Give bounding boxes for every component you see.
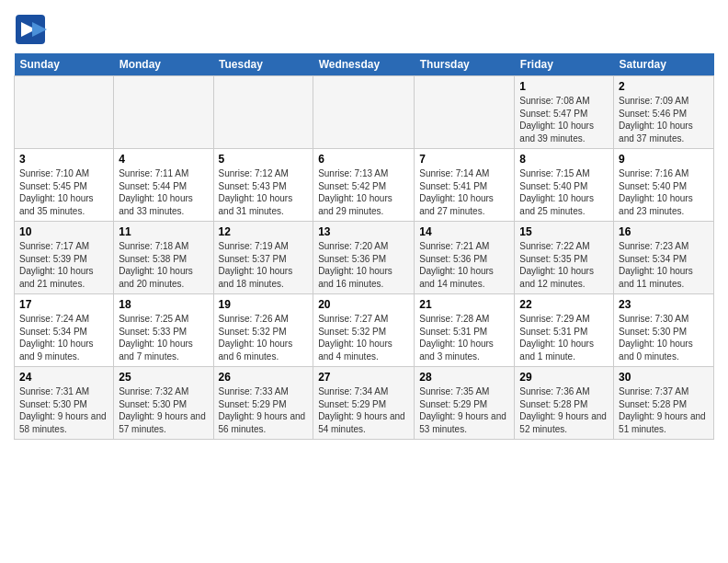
day-info: Sunrise: 7:24 AM Sunset: 5:34 PM Dayligh…: [19, 313, 108, 362]
day-header-friday: Friday: [515, 53, 614, 76]
day-cell: 19Sunrise: 7:26 AM Sunset: 5:32 PM Dayli…: [213, 294, 313, 367]
week-row-4: 17Sunrise: 7:24 AM Sunset: 5:34 PM Dayli…: [15, 294, 714, 367]
day-cell: 20Sunrise: 7:27 AM Sunset: 5:32 PM Dayli…: [313, 294, 415, 367]
day-info: Sunrise: 7:36 AM Sunset: 5:28 PM Dayligh…: [519, 385, 609, 435]
day-info: Sunrise: 7:22 AM Sunset: 5:35 PM Dayligh…: [519, 240, 609, 290]
day-info: Sunrise: 7:09 AM Sunset: 5:46 PM Dayligh…: [619, 95, 709, 144]
week-row-3: 10Sunrise: 7:17 AM Sunset: 5:39 PM Dayli…: [15, 222, 714, 294]
day-number: 3: [19, 153, 108, 166]
day-info: Sunrise: 7:14 AM Sunset: 5:41 PM Dayligh…: [419, 167, 509, 217]
day-info: Sunrise: 7:20 AM Sunset: 5:36 PM Dayligh…: [318, 240, 409, 290]
day-cell: 22Sunrise: 7:29 AM Sunset: 5:31 PM Dayli…: [515, 294, 614, 367]
day-cell: 15Sunrise: 7:22 AM Sunset: 5:35 PM Dayli…: [515, 222, 614, 294]
day-cell: [313, 76, 415, 149]
day-info: Sunrise: 7:29 AM Sunset: 5:31 PM Dayligh…: [519, 313, 609, 362]
day-info: Sunrise: 7:32 AM Sunset: 5:30 PM Dayligh…: [119, 385, 208, 435]
logo: [14, 13, 54, 46]
day-number: 13: [318, 225, 409, 238]
day-cell: 5Sunrise: 7:12 AM Sunset: 5:43 PM Daylig…: [213, 149, 313, 222]
day-cell: 30Sunrise: 7:37 AM Sunset: 5:28 PM Dayli…: [614, 367, 714, 440]
day-cell: 6Sunrise: 7:13 AM Sunset: 5:42 PM Daylig…: [313, 149, 415, 222]
day-cell: 3Sunrise: 7:10 AM Sunset: 5:45 PM Daylig…: [15, 149, 114, 222]
day-header-sunday: Sunday: [15, 53, 114, 76]
day-header-thursday: Thursday: [415, 53, 515, 76]
day-info: Sunrise: 7:31 AM Sunset: 5:30 PM Dayligh…: [19, 385, 108, 435]
day-number: 22: [519, 298, 609, 311]
day-number: 8: [519, 153, 609, 166]
day-cell: 16Sunrise: 7:23 AM Sunset: 5:34 PM Dayli…: [614, 222, 714, 294]
day-number: 7: [419, 153, 509, 166]
day-number: 18: [119, 298, 208, 311]
day-cell: 9Sunrise: 7:16 AM Sunset: 5:40 PM Daylig…: [614, 149, 714, 222]
day-info: Sunrise: 7:23 AM Sunset: 5:34 PM Dayligh…: [619, 240, 709, 290]
day-header-tuesday: Tuesday: [213, 53, 313, 76]
day-cell: [213, 76, 313, 149]
day-info: Sunrise: 7:30 AM Sunset: 5:30 PM Dayligh…: [619, 313, 709, 362]
header-area: [14, 9, 714, 46]
day-info: Sunrise: 7:19 AM Sunset: 5:37 PM Dayligh…: [219, 240, 309, 290]
day-cell: 4Sunrise: 7:11 AM Sunset: 5:44 PM Daylig…: [114, 149, 213, 222]
day-number: 2: [619, 80, 709, 93]
day-number: 16: [619, 225, 709, 238]
day-cell: 11Sunrise: 7:18 AM Sunset: 5:38 PM Dayli…: [114, 222, 213, 294]
day-cell: [15, 76, 114, 149]
day-number: 26: [219, 371, 309, 384]
day-number: 23: [619, 298, 709, 311]
day-number: 15: [519, 225, 609, 238]
day-info: Sunrise: 7:34 AM Sunset: 5:29 PM Dayligh…: [318, 385, 409, 435]
day-cell: 14Sunrise: 7:21 AM Sunset: 5:36 PM Dayli…: [415, 222, 515, 294]
day-number: 6: [318, 153, 409, 166]
day-cell: 24Sunrise: 7:31 AM Sunset: 5:30 PM Dayli…: [15, 367, 114, 440]
day-info: Sunrise: 7:35 AM Sunset: 5:29 PM Dayligh…: [419, 385, 509, 435]
day-cell: 23Sunrise: 7:30 AM Sunset: 5:30 PM Dayli…: [614, 294, 714, 367]
day-header-saturday: Saturday: [614, 53, 714, 76]
day-number: 4: [119, 153, 208, 166]
day-cell: 26Sunrise: 7:33 AM Sunset: 5:29 PM Dayli…: [213, 367, 313, 440]
day-cell: 10Sunrise: 7:17 AM Sunset: 5:39 PM Dayli…: [15, 222, 114, 294]
day-info: Sunrise: 7:21 AM Sunset: 5:36 PM Dayligh…: [419, 240, 509, 290]
day-cell: 2Sunrise: 7:09 AM Sunset: 5:46 PM Daylig…: [614, 76, 714, 149]
day-info: Sunrise: 7:13 AM Sunset: 5:42 PM Dayligh…: [318, 167, 409, 217]
day-number: 21: [419, 298, 509, 311]
day-cell: [114, 76, 213, 149]
day-number: 14: [419, 225, 509, 238]
day-info: Sunrise: 7:27 AM Sunset: 5:32 PM Dayligh…: [318, 313, 409, 362]
logo-icon: [14, 13, 47, 46]
week-row-2: 3Sunrise: 7:10 AM Sunset: 5:45 PM Daylig…: [15, 149, 714, 222]
day-info: Sunrise: 7:18 AM Sunset: 5:38 PM Dayligh…: [119, 240, 208, 290]
day-cell: [415, 76, 515, 149]
day-cell: 8Sunrise: 7:15 AM Sunset: 5:40 PM Daylig…: [515, 149, 614, 222]
day-number: 5: [219, 153, 309, 166]
day-number: 27: [318, 371, 409, 384]
day-header-wednesday: Wednesday: [313, 53, 415, 76]
day-number: 12: [219, 225, 309, 238]
day-number: 10: [19, 225, 108, 238]
day-number: 30: [619, 371, 709, 384]
day-info: Sunrise: 7:16 AM Sunset: 5:40 PM Dayligh…: [619, 167, 709, 217]
week-row-5: 24Sunrise: 7:31 AM Sunset: 5:30 PM Dayli…: [15, 367, 714, 440]
day-number: 29: [519, 371, 609, 384]
day-info: Sunrise: 7:25 AM Sunset: 5:33 PM Dayligh…: [119, 313, 208, 362]
day-number: 9: [619, 153, 709, 166]
day-number: 24: [19, 371, 108, 384]
day-cell: 25Sunrise: 7:32 AM Sunset: 5:30 PM Dayli…: [114, 367, 213, 440]
day-header-monday: Monday: [114, 53, 213, 76]
day-cell: 29Sunrise: 7:36 AM Sunset: 5:28 PM Dayli…: [515, 367, 614, 440]
day-cell: 1Sunrise: 7:08 AM Sunset: 5:47 PM Daylig…: [515, 76, 614, 149]
day-number: 20: [318, 298, 409, 311]
day-cell: 7Sunrise: 7:14 AM Sunset: 5:41 PM Daylig…: [415, 149, 515, 222]
day-number: 25: [119, 371, 208, 384]
day-cell: 28Sunrise: 7:35 AM Sunset: 5:29 PM Dayli…: [415, 367, 515, 440]
day-cell: 21Sunrise: 7:28 AM Sunset: 5:31 PM Dayli…: [415, 294, 515, 367]
day-info: Sunrise: 7:08 AM Sunset: 5:47 PM Dayligh…: [519, 95, 609, 144]
day-info: Sunrise: 7:17 AM Sunset: 5:39 PM Dayligh…: [19, 240, 108, 290]
day-number: 28: [419, 371, 509, 384]
day-cell: 18Sunrise: 7:25 AM Sunset: 5:33 PM Dayli…: [114, 294, 213, 367]
day-number: 1: [519, 80, 609, 93]
header-row: SundayMondayTuesdayWednesdayThursdayFrid…: [15, 53, 714, 76]
day-info: Sunrise: 7:28 AM Sunset: 5:31 PM Dayligh…: [419, 313, 509, 362]
day-number: 17: [19, 298, 108, 311]
day-info: Sunrise: 7:10 AM Sunset: 5:45 PM Dayligh…: [19, 167, 108, 217]
day-cell: 12Sunrise: 7:19 AM Sunset: 5:37 PM Dayli…: [213, 222, 313, 294]
day-info: Sunrise: 7:33 AM Sunset: 5:29 PM Dayligh…: [219, 385, 309, 435]
